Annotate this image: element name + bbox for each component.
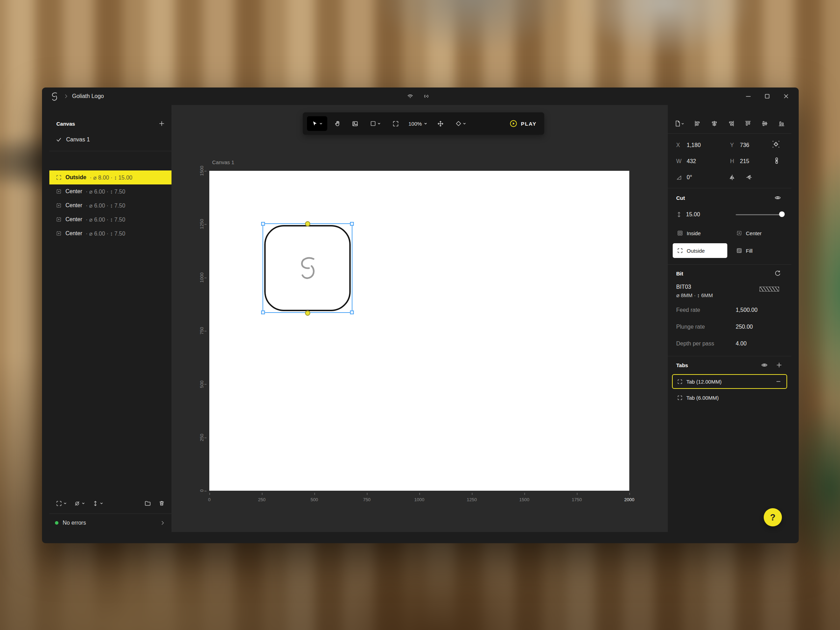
remove-tab-button[interactable] — [775, 377, 782, 385]
flip-horizontal-button[interactable] — [728, 173, 736, 182]
cursor-icon — [311, 120, 318, 127]
broadcast-icon[interactable] — [423, 93, 430, 100]
selection-handle-bottom-left[interactable] — [261, 311, 265, 314]
plunge-rate-value[interactable]: 250.00 — [736, 324, 753, 330]
shape-tool-button[interactable] — [365, 116, 385, 131]
node-tool-button[interactable] — [450, 116, 471, 131]
play-button[interactable]: PLAY — [506, 120, 540, 127]
selection-handle-bottom-right[interactable] — [350, 311, 354, 314]
tabs-visibility-button[interactable] — [760, 361, 769, 369]
flip-vertical-button[interactable] — [745, 173, 753, 182]
tab-marker-top[interactable] — [305, 221, 310, 226]
path-label: Center — [65, 230, 82, 237]
add-canvas-button[interactable] — [158, 119, 166, 128]
cut-visibility-button[interactable] — [774, 194, 782, 202]
align-bottom-button[interactable] — [777, 119, 786, 128]
width-value[interactable]: 432 — [687, 158, 696, 164]
height-value[interactable]: 215 — [740, 158, 749, 164]
ruler-label: 1250 — [199, 219, 204, 229]
ruler-label: 500 — [199, 381, 204, 388]
cut-depth-value[interactable]: 15.00 — [686, 212, 700, 218]
status-ok-dot — [55, 521, 58, 525]
center-cut-icon — [56, 202, 62, 208]
move-tool-button[interactable] — [433, 116, 448, 131]
delete-button[interactable] — [158, 499, 166, 507]
tab-item-selected[interactable]: Tab (12.00MM) — [672, 374, 787, 389]
y-value[interactable]: 736 — [740, 142, 749, 148]
anchor-point-icon[interactable] — [771, 140, 780, 149]
selection-handle-top-right[interactable] — [350, 222, 354, 226]
path-row-center[interactable]: Center · ⌀ 6.00 · ↕ 7.50 — [49, 226, 172, 240]
eye-icon — [761, 362, 768, 369]
cut-option-outside[interactable]: Outside — [673, 243, 727, 258]
play-circle-icon — [510, 120, 517, 127]
help-button[interactable]: ? — [764, 508, 782, 526]
frame-icon — [56, 500, 62, 507]
minimize-button[interactable] — [742, 90, 755, 103]
align-right-button[interactable] — [727, 119, 735, 128]
cut-depth-slider-track[interactable] — [736, 214, 783, 215]
ruler-label: 750 — [199, 327, 204, 335]
window-title: Goliath Logo — [72, 87, 104, 105]
diamond-icon — [455, 120, 462, 127]
cut-depth-slider-handle[interactable] — [779, 212, 785, 217]
bit-name[interactable]: BIT03 — [676, 284, 691, 290]
feed-rate-value[interactable]: 1,500.00 — [736, 307, 757, 313]
align-left-button[interactable] — [693, 119, 702, 128]
add-tab-button[interactable] — [775, 361, 783, 369]
rotation-value[interactable]: 0° — [687, 174, 692, 181]
zoom-dropdown[interactable]: 100% — [406, 121, 430, 127]
center-cut-icon — [736, 230, 742, 236]
tab-item[interactable]: Tab (6.00MM) — [672, 390, 787, 405]
folder-button[interactable] — [144, 499, 152, 507]
horizontal-ruler: 0 250 500 750 1000 1250 1500 1750 2000 — [209, 497, 629, 504]
cut-option-label: Fill — [746, 248, 753, 254]
design-canvas[interactable] — [209, 171, 629, 491]
path-label: Outside — [65, 174, 87, 181]
ruler-label: 250 — [258, 497, 266, 502]
select-tool-button[interactable] — [307, 116, 327, 131]
cut-option-inside[interactable]: Inside — [673, 226, 727, 240]
cut-type-dropdown[interactable] — [55, 499, 68, 507]
bit-reset-button[interactable] — [774, 269, 782, 278]
cut-option-center[interactable]: Center — [732, 226, 786, 240]
ruler-label: 1000 — [414, 497, 425, 502]
shape-selection[interactable] — [262, 223, 352, 313]
path-meta: · ⌀ 6.00 · ↕ 7.50 — [86, 230, 125, 237]
align-top-button[interactable] — [744, 119, 752, 128]
selection-handle-top-left[interactable] — [261, 222, 265, 226]
tab-label: Tab (12.00MM) — [686, 379, 722, 385]
play-label: PLAY — [521, 121, 537, 127]
path-row-center[interactable]: Center · ⌀ 6.00 · ↕ 7.50 — [49, 212, 172, 226]
canvas-list-item[interactable]: Canvas 1 — [49, 133, 172, 147]
check-icon — [56, 136, 62, 143]
document-dropdown[interactable] — [673, 119, 685, 128]
depth-dropdown[interactable] — [92, 499, 104, 507]
path-meta: · ⌀ 6.00 · ↕ 7.50 — [86, 188, 125, 195]
constrain-proportions-icon[interactable] — [773, 157, 780, 164]
flip-vertical-icon — [745, 174, 753, 181]
depth-per-pass-value[interactable]: 4.00 — [736, 341, 747, 347]
cut-option-fill[interactable]: Fill — [732, 243, 786, 258]
inspector-icon-row — [673, 117, 786, 131]
maximize-button[interactable] — [761, 90, 774, 103]
plus-icon — [775, 362, 783, 369]
x-value[interactable]: 1,180 — [687, 142, 701, 148]
path-row-center[interactable]: Center · ⌀ 6.00 · ↕ 7.50 — [49, 199, 172, 212]
frame-tool-button[interactable] — [388, 116, 403, 131]
close-button[interactable] — [780, 90, 793, 103]
hand-tool-button[interactable] — [330, 116, 345, 131]
image-tool-button[interactable] — [347, 116, 362, 131]
path-row-outside[interactable]: Outside · ⌀ 8.00 · ↕ 15.00 — [49, 171, 172, 185]
goliath-logo-artwork[interactable] — [298, 256, 318, 280]
status-row[interactable]: No errors — [49, 514, 172, 532]
diameter-dropdown[interactable] — [73, 499, 86, 507]
path-label: Center — [65, 188, 82, 194]
ruler-label: 1250 — [467, 497, 477, 502]
wifi-icon[interactable] — [407, 93, 414, 100]
main-toolbar: 100% PLAY — [303, 112, 544, 135]
align-middle-vertical-button[interactable] — [761, 119, 769, 128]
path-row-center[interactable]: Center · ⌀ 6.00 · ↕ 7.50 — [49, 185, 172, 199]
tab-marker-bottom[interactable] — [305, 311, 310, 316]
align-center-horizontal-button[interactable] — [710, 119, 718, 128]
